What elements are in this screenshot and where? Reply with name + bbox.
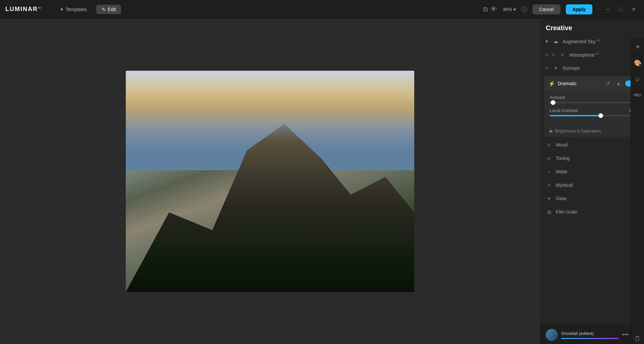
- sidebar-item-matte[interactable]: ▪ Matte: [540, 165, 644, 178]
- color-panel-icon[interactable]: 🎨: [632, 58, 643, 68]
- sidebar-item-mystical[interactable]: ✦ Mystical: [540, 178, 644, 192]
- templates-nav-button[interactable]: ✦ Templates: [54, 5, 93, 14]
- amount-slider-row: Amount 6: [550, 95, 635, 103]
- sunrays-icon: ✦: [552, 65, 559, 71]
- slider-section: Amount 6 Local Contrast 60: [544, 91, 640, 125]
- layer-progress-bar: [561, 338, 619, 339]
- augmented-sky-icon: ☁: [552, 38, 559, 45]
- mountain-photo: [126, 71, 414, 292]
- dramatic-header[interactable]: ⚡ Dramatic ↺ ▲: [544, 76, 640, 91]
- document-panel-icon[interactable]: 🗒: [632, 333, 643, 344]
- mood-icon: ⊕: [546, 141, 552, 148]
- sidebar-item-sunrays[interactable]: ✦ Sunrays: [540, 61, 644, 75]
- inactive-dot: [546, 54, 548, 56]
- help-icon[interactable]: ⓘ: [521, 5, 527, 13]
- pro-label: PRO: [632, 90, 643, 101]
- dramatic-icon: ⚡: [548, 80, 555, 87]
- brightness-saturation-label: Brightness & Saturation: [555, 128, 601, 133]
- sidebar-item-mood[interactable]: ⊕ Mood: [540, 138, 644, 152]
- sunrays-label: Sunrays: [562, 65, 580, 71]
- zoom-control[interactable]: 36% ▾: [502, 7, 516, 12]
- local-contrast-track[interactable]: [550, 115, 635, 116]
- amount-thumb[interactable]: [551, 100, 555, 105]
- cancel-button[interactable]: Cancel: [533, 4, 561, 14]
- templates-icon: ✦: [60, 7, 64, 12]
- sidebar-item-atmosphere[interactable]: ≈ Atmosphere AI: [540, 48, 644, 61]
- film-grain-label: Film Grain: [556, 209, 578, 215]
- photo-canvas: [126, 71, 414, 292]
- local-contrast-label: Local Contrast: [550, 108, 578, 113]
- panel-icon-bar: ☀ 🎨 ☺ PRO 🗒: [631, 38, 644, 344]
- sidebar-item-glow[interactable]: ✦ Glow: [540, 192, 644, 205]
- sidebar-item-toning[interactable]: ⊕ Toning: [540, 152, 644, 165]
- zoom-chevron-icon: ▾: [514, 7, 516, 12]
- inactive-dot3: [546, 67, 548, 69]
- mystical-label: Mystical: [556, 182, 573, 188]
- panel-title: Creative: [540, 19, 644, 35]
- close-button[interactable]: ✕: [629, 5, 639, 14]
- dramatic-title: Dramatic: [558, 81, 601, 86]
- maximize-button[interactable]: □: [616, 5, 625, 14]
- glow-label: Glow: [556, 196, 567, 201]
- mystical-icon: ✦: [546, 182, 552, 188]
- sunlight-panel-icon[interactable]: ☀: [632, 42, 643, 52]
- local-contrast-slider-row: Local Contrast 60: [550, 108, 635, 116]
- atmosphere-icon: ≈: [559, 51, 566, 58]
- brightness-saturation-item[interactable]: ▶ Brightness & Saturation: [544, 125, 640, 137]
- amount-track[interactable]: [550, 102, 635, 103]
- glow-icon: ✦: [546, 195, 552, 202]
- panel-content: Creative ☁ Augmented Sky AI ≈ Atmosphere…: [540, 19, 644, 325]
- local-contrast-thumb[interactable]: [598, 113, 603, 118]
- inactive-dot2: [552, 54, 554, 56]
- apply-button[interactable]: Apply: [566, 4, 592, 14]
- dramatic-section: ⚡ Dramatic ↺ ▲ Amount 6: [544, 76, 640, 137]
- bottom-layer: Snowfall (edited) ••• 🕐: [540, 325, 644, 344]
- matte-icon: ▪: [546, 168, 552, 175]
- app-logo: LUMINARAI: [5, 6, 42, 13]
- atmosphere-label: Atmosphere AI: [569, 52, 599, 58]
- face-panel-icon[interactable]: ☺: [632, 74, 643, 84]
- layer-name: Snowfall (edited): [561, 331, 619, 336]
- right-panel: Creative ☁ Augmented Sky AI ≈ Atmosphere…: [540, 19, 644, 344]
- reset-button[interactable]: ↺: [604, 79, 612, 88]
- content-wrapper: Creative ☁ Augmented Sky AI ≈ Atmosphere…: [0, 19, 644, 344]
- split-view-icon: ⧉: [483, 5, 488, 13]
- active-dot: [546, 40, 548, 42]
- layer-info: Snowfall (edited): [561, 331, 619, 339]
- mood-label: Mood: [556, 142, 568, 148]
- minimize-button[interactable]: ─: [603, 5, 612, 14]
- image-area: [0, 19, 540, 344]
- layer-thumbnail: [546, 329, 558, 341]
- layer-more-button[interactable]: •••: [622, 331, 629, 338]
- eye-icon: 👁: [490, 5, 497, 13]
- edit-nav-button[interactable]: ✎ Edit: [96, 5, 121, 14]
- expand-icon: ▶: [550, 128, 553, 133]
- local-contrast-fill: [550, 115, 601, 116]
- topbar-right: ⧉ 👁 36% ▾ ⓘ Cancel Apply ─ □ ✕: [483, 4, 639, 14]
- sidebar-item-film-grain[interactable]: ▦ Film Grain: [540, 205, 644, 219]
- toning-icon: ⊕: [546, 155, 552, 162]
- topbar: LUMINARAI ✦ Templates ✎ Edit ⧉ 👁 36% ▾ ⓘ…: [0, 0, 644, 19]
- zoom-value: 36%: [502, 7, 512, 12]
- matte-label: Matte: [556, 169, 568, 174]
- edit-icon: ✎: [102, 7, 106, 12]
- save-button[interactable]: ▲: [614, 79, 623, 88]
- augmented-sky-label: Augmented Sky AI: [562, 39, 600, 44]
- toning-label: Toning: [556, 156, 570, 161]
- view-toggle[interactable]: ⧉ 👁: [483, 5, 497, 13]
- sidebar-item-augmented-sky[interactable]: ☁ Augmented Sky AI: [540, 35, 644, 48]
- amount-label: Amount: [550, 95, 565, 100]
- film-grain-icon: ▦: [546, 209, 552, 215]
- window-controls: ─ □ ✕: [603, 5, 639, 14]
